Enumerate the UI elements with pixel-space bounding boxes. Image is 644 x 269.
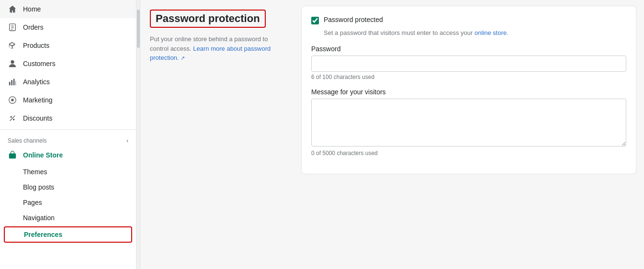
svg-rect-6 [11, 80, 12, 85]
page-title: Password protection [156, 12, 260, 25]
svg-rect-14 [9, 153, 16, 158]
sidebar-item-marketing[interactable]: Marketing [0, 91, 136, 109]
checkbox-description: Set a password that visitors must enter … [324, 29, 626, 37]
message-char-count: 0 of 5000 characters used [311, 150, 626, 157]
left-description-panel: Password protection Put your online stor… [140, 0, 294, 269]
online-store-icon [8, 150, 17, 160]
expand-icon[interactable]: › [126, 137, 128, 144]
sidebar-sub-preferences[interactable]: Preferences [5, 227, 131, 242]
sidebar-label-marketing: Marketing [23, 96, 52, 104]
sidebar-sub-themes[interactable]: Themes [0, 164, 136, 179]
sidebar-sub-navigation[interactable]: Navigation [0, 210, 136, 225]
svg-point-4 [11, 60, 14, 64]
svg-point-11 [11, 116, 12, 118]
sidebar-label-analytics: Analytics [23, 78, 50, 86]
analytics-icon [8, 77, 17, 87]
sidebar-item-analytics[interactable]: Analytics [0, 73, 136, 91]
checkbox-label[interactable]: Password protected [324, 16, 383, 23]
message-label: Message for your visitors [311, 88, 626, 96]
sidebar-sub-pages[interactable]: Pages [0, 195, 136, 210]
sidebar-item-orders[interactable]: Orders [0, 18, 136, 36]
svg-rect-8 [15, 81, 16, 85]
svg-point-12 [13, 119, 15, 121]
sidebar-item-online-store[interactable]: Online Store [0, 146, 136, 164]
sidebar-item-customers[interactable]: Customers [0, 55, 136, 73]
preferences-highlighted-container: Preferences [4, 226, 132, 243]
discounts-icon [8, 113, 17, 123]
orders-icon [8, 22, 17, 32]
page-description: Put your online store behind a password … [150, 34, 284, 63]
sidebar-scrollbar[interactable] [136, 0, 140, 269]
customers-icon [8, 59, 17, 68]
svg-rect-5 [9, 82, 11, 85]
external-link-icon: ↗ [181, 55, 185, 61]
sidebar-label-orders: Orders [23, 23, 44, 31]
sidebar-item-discounts[interactable]: Discounts [0, 109, 136, 127]
password-char-count: 6 of 100 characters used [311, 74, 626, 80]
svg-rect-7 [13, 79, 15, 86]
right-form-panel: Password protected Set a password that v… [294, 0, 644, 269]
sidebar-label-products: Products [23, 42, 49, 49]
password-input[interactable] [311, 56, 626, 72]
marketing-icon [8, 95, 17, 105]
sidebar-label-home: Home [23, 5, 41, 13]
password-field-group: Password 6 of 100 characters used [311, 45, 626, 80]
password-protected-checkbox[interactable] [311, 17, 319, 24]
message-field-group: Message for your visitors 0 of 5000 char… [311, 88, 626, 157]
checkbox-wrapper[interactable] [311, 17, 319, 26]
home-icon [8, 4, 17, 14]
sidebar-sub-blog-posts[interactable]: Blog posts [0, 179, 136, 195]
password-protection-card: Password protected Set a password that v… [301, 6, 636, 174]
password-protected-row: Password protected [311, 16, 626, 26]
sidebar: Home Orders Products Customers Analytics… [0, 0, 136, 269]
message-textarea[interactable] [311, 99, 626, 146]
svg-point-10 [11, 99, 13, 101]
main-content: Password protection Put your online stor… [140, 0, 644, 269]
online-store-label: Online Store [23, 151, 63, 159]
sidebar-label-discounts: Discounts [23, 114, 52, 122]
sales-channels-label: Sales channels › [0, 132, 136, 146]
sidebar-item-home[interactable]: Home [0, 0, 136, 18]
sidebar-label-customers: Customers [23, 60, 56, 67]
page-title-box: Password protection [150, 10, 266, 28]
password-label: Password [311, 45, 626, 53]
products-icon [8, 41, 17, 50]
online-store-link: online store [475, 29, 507, 36]
sidebar-item-products[interactable]: Products [0, 36, 136, 55]
